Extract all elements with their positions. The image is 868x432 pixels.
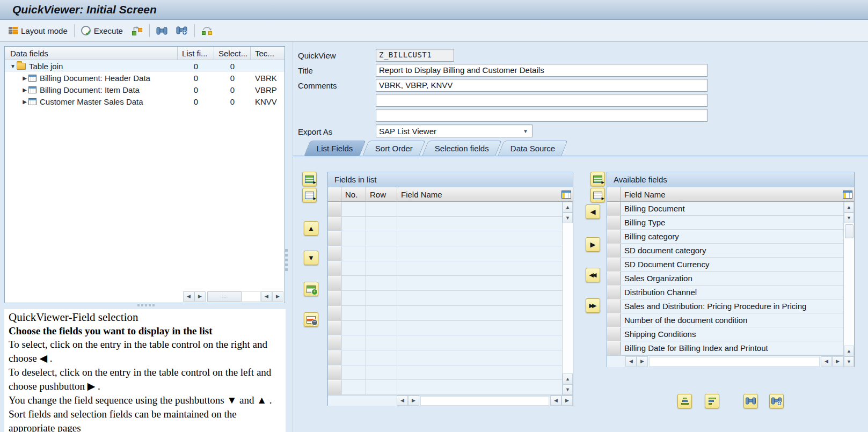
tab-list-fields[interactable]: List Fields <box>304 141 366 156</box>
selector-column-header[interactable] <box>607 187 621 201</box>
table-settings-icon[interactable] <box>843 191 852 199</box>
available-fields-horizontal-scrollbar[interactable]: ◀ ▶ ◀ ▶ <box>607 355 843 367</box>
scroll-up-button[interactable]: ▲ <box>563 202 573 213</box>
tab-data-source[interactable]: Data Source <box>498 141 568 156</box>
row-selector-cell[interactable] <box>328 291 341 305</box>
available-field-row[interactable]: SD document category <box>607 244 843 258</box>
scroll-up-button[interactable]: ▲ <box>563 374 573 384</box>
comments-field[interactable]: VBRK, VBRP, KNVV <box>376 79 707 92</box>
available-field-row[interactable]: Sales and Distribution: Pricing Procedur… <box>607 299 843 313</box>
available-field-row[interactable]: Billing Type <box>607 216 843 230</box>
sort-descending-button[interactable] <box>705 394 719 408</box>
horizontal-splitter-grip[interactable] <box>137 304 155 306</box>
scrollbar-thumb[interactable] <box>845 224 854 238</box>
row-selector-cell[interactable] <box>328 321 341 335</box>
scroll-left-button[interactable]: ◀ <box>550 396 561 406</box>
row-selector-cell[interactable] <box>328 380 341 394</box>
row-selector-cell[interactable] <box>607 258 621 271</box>
find-next-button[interactable] <box>172 23 192 39</box>
available-field-row[interactable]: Billing Document <box>607 202 843 216</box>
move-down-button[interactable]: ▼ <box>304 251 318 265</box>
tree-row[interactable]: ▶Customer Master Sales Data00KNVV <box>5 96 285 107</box>
row-selector-cell[interactable] <box>607 244 621 257</box>
scroll-up-button[interactable]: ▲ <box>844 346 854 356</box>
available-field-row[interactable]: Shipping Conditions <box>607 327 843 341</box>
select-all-available-button[interactable] <box>590 172 605 186</box>
title-field[interactable]: Report to Display Billing and Customer D… <box>376 64 707 77</box>
row-selector-cell[interactable] <box>328 306 341 320</box>
scroll-down-button[interactable]: ▼ <box>563 213 573 223</box>
scroll-down-button[interactable]: ▼ <box>563 384 573 395</box>
find-field-button[interactable] <box>743 394 758 408</box>
scrollbar-track[interactable] <box>563 223 573 374</box>
insert-row-button[interactable] <box>304 282 318 296</box>
scroll-up-button[interactable]: ▲ <box>844 202 854 213</box>
tree-row[interactable]: ▶Billing Document: Item Data00VBRP <box>5 84 285 96</box>
scrollbar-track[interactable] <box>242 291 261 302</box>
display-change-button[interactable] <box>127 23 147 39</box>
scrollbar-track[interactable] <box>420 396 549 406</box>
deselect-all-available-button[interactable] <box>590 188 605 202</box>
remove-from-list-button[interactable]: ▶ <box>586 237 600 252</box>
tree-row[interactable]: ▼Table join00 <box>5 60 285 72</box>
deselect-all-rows-button[interactable] <box>302 188 317 202</box>
scroll-right-button[interactable]: ▶ <box>637 356 648 367</box>
expand-icon[interactable]: ▶ <box>21 99 28 105</box>
available-field-row[interactable]: Billing Date for Billing Index and Print… <box>607 341 843 355</box>
move-to-list-button[interactable]: ◀ <box>586 204 600 219</box>
tab-selection-fields[interactable]: Selection fields <box>422 141 501 156</box>
scroll-down-button[interactable]: ▼ <box>844 213 854 223</box>
scroll-left-button[interactable]: ◀ <box>821 356 832 367</box>
row-selector-cell[interactable] <box>607 285 621 299</box>
scroll-left-button[interactable]: ◀ <box>183 291 194 302</box>
move-up-button[interactable]: ▲ <box>304 221 318 236</box>
scroll-down-button[interactable]: ▼ <box>844 356 854 367</box>
row-selector-cell[interactable] <box>328 217 341 231</box>
fields-in-list-horizontal-scrollbar[interactable]: ◀ ▶ ◀ ▶ <box>328 395 573 406</box>
layout-mode-button[interactable]: Layout mode <box>4 23 72 39</box>
row-selector-cell[interactable] <box>328 202 341 216</box>
table-settings-icon[interactable] <box>561 191 571 199</box>
row-selector-cell[interactable] <box>328 276 341 290</box>
expand-icon[interactable]: ▶ <box>21 75 28 81</box>
column-header-no[interactable]: No. <box>341 187 366 201</box>
scroll-left-button[interactable]: ◀ <box>625 356 637 367</box>
comments-field-3[interactable] <box>376 109 707 122</box>
row-selector-cell[interactable] <box>328 350 341 365</box>
row-selector-cell[interactable] <box>607 202 621 215</box>
row-selector-cell[interactable] <box>607 272 621 285</box>
find-button[interactable] <box>152 23 172 39</box>
move-all-to-list-button[interactable]: ◀◀ <box>586 268 600 282</box>
scroll-right-button[interactable]: ▶ <box>194 291 206 302</box>
tree-horizontal-scrollbar[interactable]: ◀ ▶ ::: ◀ ▶ <box>183 291 283 302</box>
available-field-row[interactable]: Sales Organization <box>607 272 843 285</box>
quickview-field[interactable]: Z_BILLCUST1 <box>376 49 454 62</box>
scroll-left-button[interactable]: ◀ <box>261 291 272 302</box>
row-selector-cell[interactable] <box>328 261 341 276</box>
available-fields-vertical-scrollbar[interactable]: ▲ ▼ ▲ ▼ <box>843 202 854 367</box>
row-selector-cell[interactable] <box>328 246 341 261</box>
row-selector-cell[interactable] <box>328 231 341 246</box>
vertical-splitter-grip[interactable] <box>285 249 288 271</box>
scroll-left-button[interactable]: ◀ <box>397 396 408 406</box>
row-selector-cell[interactable] <box>607 299 621 313</box>
available-field-row[interactable]: Billing category <box>607 230 843 244</box>
row-selector-cell[interactable] <box>607 313 621 327</box>
available-field-row[interactable]: SD Document Currency <box>607 258 843 272</box>
available-field-row[interactable]: Distribution Channel <box>607 285 843 299</box>
column-header-field-name[interactable]: Field Name <box>621 187 841 201</box>
row-selector-cell[interactable] <box>607 327 621 341</box>
tree-row[interactable]: ▶Billing Document: Header Data00VBRK <box>5 72 285 84</box>
row-selector-cell[interactable] <box>607 230 621 243</box>
scrollbar-thumb[interactable]: ::: <box>207 291 242 302</box>
collapse-icon[interactable]: ▼ <box>9 63 17 69</box>
row-selector-cell[interactable] <box>328 335 341 350</box>
row-selector-cell[interactable] <box>607 216 621 229</box>
scrollbar-track[interactable] <box>844 238 854 346</box>
scroll-right-button[interactable]: ▶ <box>832 356 843 367</box>
available-field-row[interactable]: Number of the document condition <box>607 313 843 327</box>
scroll-right-button[interactable]: ▶ <box>561 396 573 406</box>
scrollbar-track[interactable] <box>649 357 820 367</box>
fields-in-list-vertical-scrollbar[interactable]: ▲ ▼ ▲ ▼ <box>562 202 573 395</box>
select-all-rows-button[interactable] <box>302 172 317 186</box>
